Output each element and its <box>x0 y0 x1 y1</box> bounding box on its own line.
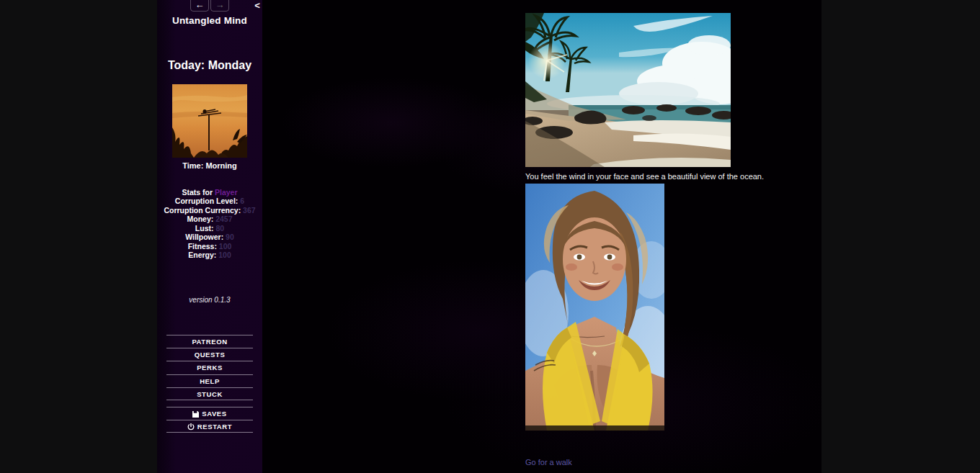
passage-content: You feel the wind in your face and see a… <box>525 13 828 473</box>
stat-row: Energy: 100 <box>157 251 262 259</box>
sidebar-collapse-button[interactable]: < <box>251 0 263 12</box>
version-label: version 0.1.3 <box>157 296 262 304</box>
stat-label: Energy: <box>188 251 218 259</box>
game-window: ← → < Untangled Mind Today: Monday <box>157 0 821 473</box>
link-go-for-a-walk[interactable]: Go for a walk <box>525 456 828 470</box>
stat-label: Willpower: <box>185 233 226 241</box>
history-forward-button[interactable]: → <box>210 0 229 12</box>
time-label: Time: Morning <box>157 161 262 170</box>
choice-links: Go for a walk Sunbathe <box>525 456 828 473</box>
beach-photo <box>525 13 731 167</box>
stat-row: Money: 2457 <box>157 215 262 223</box>
saves-label: SAVES <box>202 410 227 418</box>
stat-label: Lust: <box>195 224 216 233</box>
history-navbar: ← → <box>157 0 262 13</box>
stat-value: 90 <box>226 233 234 241</box>
stat-row: Fitness: 100 <box>157 242 262 251</box>
menu-item-stuck[interactable]: STUCK <box>166 387 253 400</box>
chevron-left-icon: < <box>254 0 260 11</box>
time-of-day-image <box>172 84 247 158</box>
stat-label: Corruption Currency: <box>164 206 243 215</box>
game-title: Untangled Mind <box>157 15 262 26</box>
sidebar: ← → < Untangled Mind Today: Monday <box>157 0 262 473</box>
passage-area: You feel the wind in your face and see a… <box>262 0 821 473</box>
stats-panel: Stats for Player Corruption Level: 6 Cor… <box>157 188 262 260</box>
restart-button[interactable]: RESTART <box>166 420 253 433</box>
menu-item-help[interactable]: HELP <box>166 374 253 387</box>
back-arrow-icon: ← <box>195 0 205 10</box>
menu-item-patreon[interactable]: PATREON <box>166 335 253 348</box>
menu-item-perks[interactable]: PERKS <box>166 361 253 374</box>
stat-label: Money: <box>187 215 215 223</box>
stats-header: Stats for Player <box>157 188 262 197</box>
passage-text: You feel the wind in your face and see a… <box>525 171 828 181</box>
stats-header-label: Stats for <box>182 188 215 197</box>
stat-value: 367 <box>243 206 256 215</box>
stat-value: 80 <box>215 224 224 233</box>
history-back-button[interactable]: ← <box>190 0 209 12</box>
restart-label: RESTART <box>197 423 232 431</box>
power-icon <box>187 422 195 435</box>
stat-value: 100 <box>219 242 232 251</box>
stat-value: 6 <box>240 197 244 205</box>
sidebar-menu: PATREON QUESTS PERKS HELP STUCK <box>166 335 253 400</box>
system-menu: SAVES RESTART <box>166 407 253 433</box>
stat-row: Willpower: 90 <box>157 233 262 241</box>
day-heading: Today: Monday <box>157 59 262 72</box>
stat-label: Fitness: <box>188 242 219 251</box>
stat-label: Corruption Level: <box>175 197 240 205</box>
link-sunbathe[interactable]: Sunbathe <box>525 470 828 473</box>
stat-row: Lust: 80 <box>157 224 262 233</box>
player-name-link[interactable]: Player <box>215 188 238 197</box>
stat-value: 2457 <box>215 215 232 223</box>
saves-button[interactable]: SAVES <box>166 407 253 420</box>
menu-item-quests[interactable]: QUESTS <box>166 348 253 361</box>
forward-arrow-icon: → <box>215 0 225 10</box>
stat-value: 100 <box>218 251 231 259</box>
stat-row: Corruption Currency: 367 <box>157 206 262 215</box>
screen: ← → < Untangled Mind Today: Monday <box>0 0 980 473</box>
stat-row: Corruption Level: 6 <box>157 197 262 205</box>
selfie-photo <box>525 184 664 431</box>
